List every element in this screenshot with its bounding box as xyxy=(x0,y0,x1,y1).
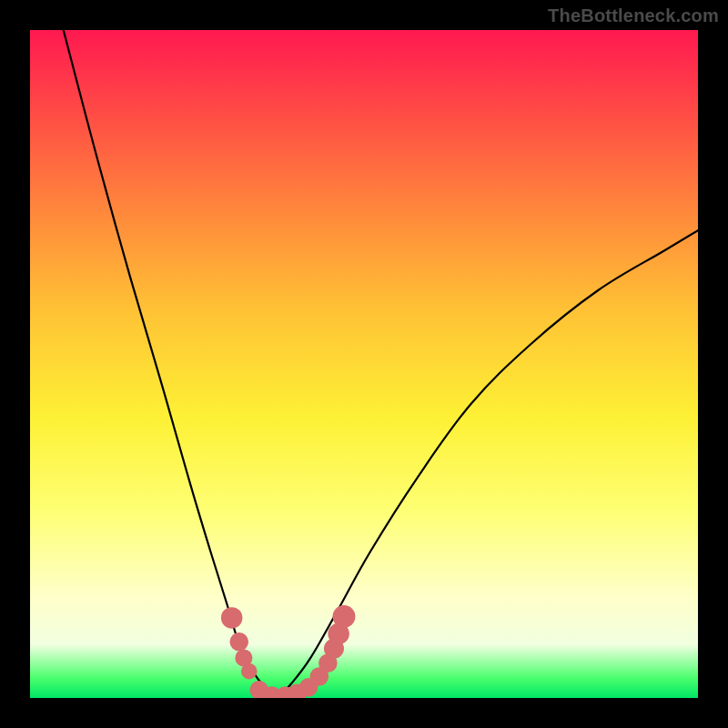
chart-svg xyxy=(30,30,698,698)
curve-marker xyxy=(229,632,248,652)
left-curve xyxy=(64,30,278,698)
curve-markers xyxy=(221,605,356,698)
image-frame: TheBottleneck.com xyxy=(0,0,728,728)
watermark-text: TheBottleneck.com xyxy=(548,5,719,26)
plot-area xyxy=(30,30,698,698)
curve-marker xyxy=(333,605,356,628)
curve-marker xyxy=(241,663,258,680)
curve-marker xyxy=(221,607,242,628)
